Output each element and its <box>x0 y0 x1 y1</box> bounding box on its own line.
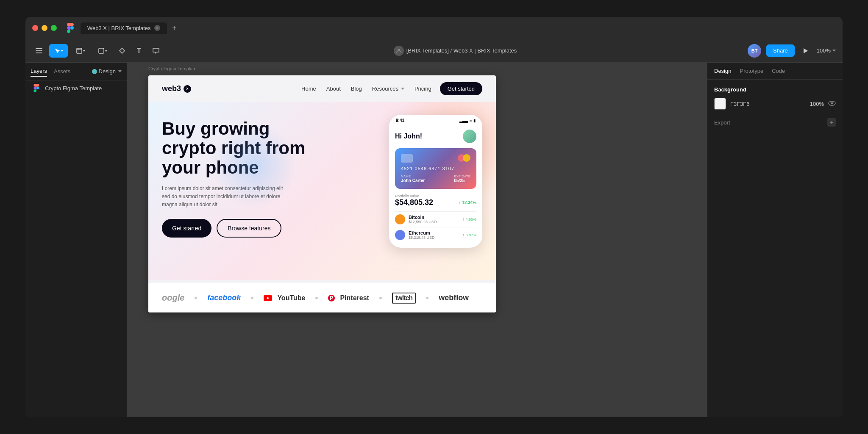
portfolio-change: ↑ 12.34% <box>459 200 476 205</box>
visibility-toggle-button[interactable] <box>828 100 836 107</box>
text-tool-button[interactable]: T <box>132 44 146 58</box>
layer-name: Crypto Figma Template <box>45 85 102 91</box>
brand-separator-3 <box>315 297 318 299</box>
nav-blog[interactable]: Blog <box>351 86 362 92</box>
canvas-frame-label: Crypto Figma Template <box>148 66 197 71</box>
brand-separator-5 <box>426 297 428 299</box>
logo-text: web3 <box>162 84 181 93</box>
close-button[interactable] <box>32 25 38 31</box>
svg-rect-2 <box>36 53 42 53</box>
play-button[interactable] <box>800 45 812 57</box>
frame-tool-button[interactable]: ▾ <box>71 44 90 58</box>
tab-design[interactable]: Design <box>714 68 731 74</box>
new-tab-button[interactable]: + <box>169 22 181 34</box>
zoom-control[interactable]: 100% <box>817 47 836 54</box>
nav-about[interactable]: About <box>326 86 341 92</box>
card-chip-icon <box>401 154 413 163</box>
nav-resources[interactable]: Resources <box>372 86 404 92</box>
hero-buttons: Get started Browse features <box>162 219 389 238</box>
window: Web3 X | BRIX Templates × + ▾ <box>25 17 843 417</box>
phone-greeting: Hi John! <box>395 130 476 143</box>
card-holder-label: NAME <box>401 174 425 178</box>
portfolio-value: $54,805.32 ↑ 12.34% <box>395 198 476 207</box>
right-panel-tab-bar: Design Prototype Code <box>707 63 843 80</box>
brand-separator-2 <box>251 297 253 299</box>
template-logo: web3 × <box>162 84 191 93</box>
user-icon <box>394 46 404 56</box>
bitcoin-item: Bitcoin $12,550.23 USD ↑ 4.65% <box>395 211 476 227</box>
bitcoin-price: $12,550.23 USD <box>409 220 459 224</box>
left-panel: Layers Assets Design <box>25 63 127 417</box>
portfolio-section: Portfolio value $54,805.32 ↑ 12.34% <box>395 194 476 207</box>
breadcrumb[interactable]: [BRIX Templates] / Web3 X | BRIX Templat… <box>394 46 517 56</box>
hero-get-started-button[interactable]: Get started <box>162 219 211 238</box>
phone-status-bar: 9:41 ▂▃▄ ≈ ▮ <box>389 115 482 124</box>
signal-icon: ▂▃▄ <box>459 119 468 123</box>
shape-tool-button[interactable]: ▾ <box>93 44 112 58</box>
nav-home[interactable]: Home <box>301 86 316 92</box>
bitcoin-change: ↑ 4.65% <box>462 217 476 221</box>
background-color-value[interactable]: F3F3F6 <box>730 101 798 107</box>
nav-pricing[interactable]: Pricing <box>415 86 431 92</box>
design-dropdown[interactable]: Design <box>92 68 122 75</box>
card-expiry-value: 05/25 <box>454 178 470 183</box>
layer-figma-icon <box>32 84 41 92</box>
design-label: Design <box>99 68 116 75</box>
export-header: Export + <box>714 118 836 127</box>
tab-assets[interactable]: Assets <box>54 66 70 76</box>
tab-prototype[interactable]: Prototype <box>740 68 763 74</box>
figma-icon <box>65 23 75 33</box>
brand-webflow: webflow <box>439 293 469 302</box>
tab-close-button[interactable]: × <box>154 25 160 31</box>
comment-tool-button[interactable] <box>149 44 163 58</box>
svg-text:P: P <box>330 295 333 301</box>
titlebar: Web3 X | BRIX Templates × + <box>25 17 843 39</box>
breadcrumb-text: [BRIX Templates] / Web3 X | BRIX Templat… <box>406 47 517 54</box>
export-label: Export <box>714 119 730 126</box>
hero-subtitle: Lorem ipsum dolor sit amet consectetur a… <box>162 185 289 209</box>
hero-title: Buy growing crypto right from your phone <box>162 119 389 178</box>
hero-browse-features-button[interactable]: Browse features <box>217 219 281 238</box>
phone-mockup: 9:41 ▂▃▄ ≈ ▮ Hi John! <box>389 115 482 248</box>
brand-facebook: facebook <box>207 293 241 302</box>
template-hero: Buy growing crypto right from your phone… <box>148 102 496 280</box>
background-color-swatch[interactable] <box>714 98 726 110</box>
portfolio-label: Portfolio value <box>395 194 476 198</box>
nav-get-started-button[interactable]: Get started <box>440 82 482 95</box>
tab-code[interactable]: Code <box>772 68 785 74</box>
hero-left: Buy growing crypto right from your phone… <box>162 111 389 271</box>
logo-x-icon: × <box>184 85 191 93</box>
greeting-text: Hi John! <box>395 133 422 140</box>
ethereum-name: Ethereum <box>409 230 459 235</box>
ethereum-item: Ethereum $5,218.48 USD ↑ 6.87% <box>395 227 476 243</box>
export-add-button[interactable]: + <box>827 118 836 127</box>
ethereum-icon <box>395 230 405 240</box>
right-panel: Design Prototype Code Background F3F3F6 … <box>707 63 843 417</box>
user-avatar[interactable]: BT <box>748 44 761 58</box>
card-number: 4521 0548 6871 3107 <box>401 166 470 171</box>
phone-content: Hi John! 4521 0548 6871 3107 <box>389 124 482 248</box>
zoom-chevron-icon <box>832 50 836 52</box>
pen-tool-button[interactable] <box>115 44 129 58</box>
tab-layers[interactable]: Layers <box>31 66 47 77</box>
brand-separator-4 <box>379 297 382 299</box>
canvas-area[interactable]: Crypto Figma Template web3 × Home About … <box>127 63 707 417</box>
menu-button[interactable] <box>32 44 46 58</box>
tab-label: Web3 X | BRIX Templates <box>87 25 151 31</box>
select-tool-button[interactable]: ▾ <box>49 44 68 58</box>
svg-rect-1 <box>36 50 42 51</box>
wifi-icon: ≈ <box>470 119 472 123</box>
background-opacity-value[interactable]: 100% <box>803 101 824 107</box>
tab-web3[interactable]: Web3 X | BRIX Templates × <box>81 22 167 34</box>
main-area: Layers Assets Design <box>25 63 843 417</box>
phone-time: 9:41 <box>396 118 404 123</box>
share-button[interactable]: Share <box>766 44 795 57</box>
svg-point-12 <box>831 102 833 105</box>
maximize-button[interactable] <box>51 25 57 31</box>
minimize-button[interactable] <box>42 25 47 31</box>
layer-item-crypto[interactable]: Crypto Figma Template <box>25 80 127 96</box>
svg-rect-6 <box>99 48 104 53</box>
bitcoin-info: Bitcoin $12,550.23 USD <box>409 215 459 224</box>
card-details: NAME John Carter EXP DATE 05/25 <box>401 174 470 183</box>
user-avatar-phone <box>463 130 476 143</box>
